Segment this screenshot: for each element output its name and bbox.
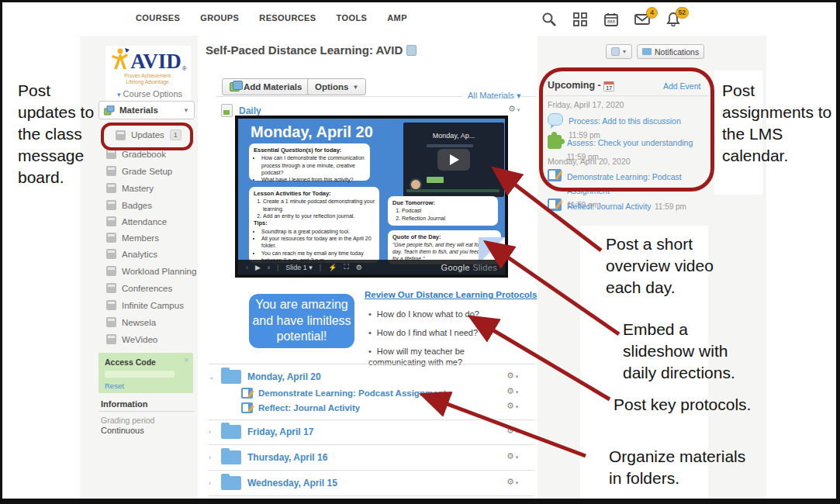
folder-wednesday[interactable]: › Wednesday, April 15 [209,476,337,490]
avid-figure-icon [109,47,130,72]
close-icon[interactable]: × [184,356,188,364]
sidebar-item-grade-setup[interactable]: Grade Setup [106,166,172,176]
sidebar-item-mastery[interactable]: Mastery [106,183,154,193]
settings-gear-icon[interactable]: ⚙ [356,264,362,271]
play-button-icon[interactable] [437,149,470,171]
sidebar-item-analytics[interactable]: Analytics [106,249,157,259]
chevron-collapsed-icon[interactable]: › [209,479,215,487]
nav-resources[interactable]: RESOURCES [259,13,316,22]
material-podcast-assignment[interactable]: Demonstrate Learning: Podcast Assignment [241,388,446,399]
all-materials-filter[interactable]: All Materials ▾ [468,91,520,101]
due-item: Reflection Journal [402,215,493,222]
chevron-down-icon: ▾ [117,91,121,98]
sidebar-item-workload-planning[interactable]: Workload Planning [106,266,196,276]
annotation-folders: Organize materials in folders. [609,446,756,489]
fullscreen-icon[interactable]: ⛶ [344,263,348,271]
add-materials-button[interactable]: Add Materials ▼ [222,78,320,95]
chevron-down-icon: ▼ [352,84,358,91]
nav-groups[interactable]: GROUPS [200,13,239,22]
folder-icon [221,425,241,439]
access-code-value-redacted [105,371,175,378]
due-item: Podcast [402,207,493,214]
highlight-oval-upcoming [539,67,714,192]
divider [99,411,195,412]
add-materials-icon [230,82,240,91]
calendar-icon[interactable]: 888 [603,12,619,27]
sidebar-item-wevideo[interactable]: WeVideo [106,334,157,344]
material-journal-activity[interactable]: Reflect: Journal Activity [241,402,360,413]
messages-icon[interactable]: 4 [634,12,650,27]
next-slide-icon[interactable]: › [268,264,270,271]
essential-question: How can I demonstrate the communication … [261,154,365,176]
essential-question: What have I learned from this activity? [261,176,365,183]
assignment-icon [548,198,562,211]
folder-label: Friday, April 17 [247,426,313,437]
course-options-label: Course Options [123,89,182,98]
divider [520,96,536,97]
gear-icon[interactable]: ⚙ [506,386,518,396]
nav-amp[interactable]: AMP [387,13,407,22]
event-link[interactable]: Reflect: Journal Activity [567,202,652,211]
view-toggle-button[interactable]: ▾ [606,44,632,59]
options-button[interactable]: Options ▼ [307,78,366,95]
notifications-button[interactable]: Notifications [637,44,704,59]
course-options-toggle[interactable]: ▾ Course Options [117,89,182,98]
gear-icon[interactable]: ⚙ [508,104,520,114]
wevideo-icon [106,334,116,344]
google-slides-branding: Google Slides [441,263,497,272]
prev-slide-icon[interactable]: ‹ [246,264,248,271]
tip: All your resources for today are in the … [261,235,375,250]
sidebar-item-conferences[interactable]: Conferences [106,283,172,293]
sidebar-item-infinite-campus[interactable]: Infinite Campus [106,300,184,310]
protocol-question: How will my teacher be communicating wit… [368,346,485,368]
chevron-collapsed-icon[interactable]: › [209,428,215,436]
sidebar-item-label: Badges [122,201,152,210]
sidebar-item-label: WeVideo [122,335,157,344]
sidebar-item-badges[interactable]: Badges [106,200,152,210]
gear-icon[interactable]: ⚙ [506,426,518,436]
play-slides-icon[interactable]: ▶ [255,264,261,271]
access-code-reset-link[interactable]: Reset [105,381,187,390]
present-icon[interactable]: ⚡ [328,264,337,271]
tips-heading: Tips: [254,219,268,226]
apps-grid-icon[interactable] [572,12,588,27]
sidebar-item-label: Analytics [122,250,157,259]
search-icon[interactable] [541,12,557,27]
gear-icon[interactable]: ⚙ [506,401,518,411]
grading-period-value: Continuous [101,426,144,435]
gear-icon[interactable]: ⚙ [506,451,518,461]
overview-video-thumbnail[interactable]: Monday, Ap... [403,123,504,197]
chevron-collapsed-icon[interactable]: › [209,454,215,461]
gear-icon[interactable]: ⚙ [506,371,518,381]
folder-icon [221,476,241,490]
lesson-activities-heading: Lesson Activities for Today: [254,190,331,197]
video-ui-strip [406,189,500,192]
folder-label: Wednesday, April 15 [247,478,337,488]
sidebar-item-label: Workload Planning [122,267,196,276]
folder-friday[interactable]: › Friday, April 17 [209,425,313,439]
video-ui-block [427,177,444,183]
folder-thursday[interactable]: › Thursday, April 16 [209,450,327,464]
grading-period-label: Grading period [101,416,154,425]
nav-courses[interactable]: COURSES [136,13,180,22]
sidebar-item-newsela[interactable]: Newsela [106,317,156,327]
sidebar-item-label: Members [122,233,159,243]
embed-page-icon [221,104,233,117]
nav-tools[interactable]: TOOLS [337,13,368,22]
daily-link[interactable]: Daily [239,105,261,116]
sidebar-item-materials[interactable]: Materials ▼ [99,101,195,119]
gear-icon[interactable]: ⚙ [506,477,518,487]
lesson-step: Create a 1 minute podcast demonstrating … [263,198,375,212]
chevron-down-icon: ▾ [623,48,626,55]
slide-number-menu[interactable]: Slide 1 ▾ [285,264,313,271]
badges-icon [106,200,116,210]
avid-logo-text: AVID [130,51,181,72]
folder-monday[interactable]: ⌄ Monday, April 20 [209,370,321,384]
upcoming-event-assignment: Reflect: Journal Activity 11:59 pm [548,198,707,212]
protocols-link[interactable]: Review Our Distance Learning Protocols [365,290,537,299]
chevron-expanded-icon[interactable]: ⌄ [209,373,215,381]
sidebar-item-attendance[interactable]: Attendance [106,216,167,226]
sidebar-item-members[interactable]: Members [106,233,159,243]
notifications-button-label: Notifications [655,47,699,57]
notifications-bell-icon[interactable]: 52 [665,12,681,27]
